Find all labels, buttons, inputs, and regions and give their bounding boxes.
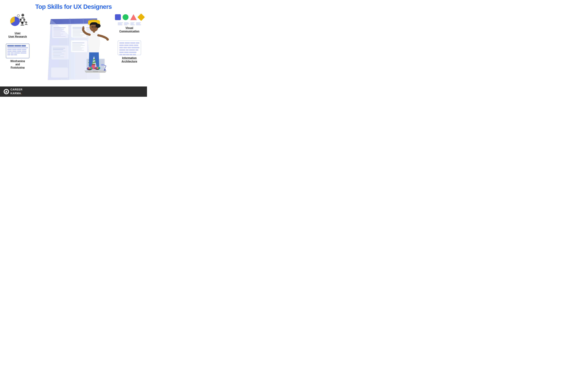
circle-shape — [123, 14, 128, 20]
title-suffix: Designers — [82, 3, 112, 10]
center-column — [34, 12, 113, 89]
svg-point-2 — [21, 14, 24, 17]
people-group-icon — [15, 13, 31, 29]
title-prefix: Top Skills for — [35, 3, 74, 10]
svg-point-95 — [6, 91, 7, 91]
lines-illustration — [118, 22, 141, 25]
triangle-shape — [130, 14, 137, 20]
square-shape — [115, 14, 121, 20]
svg-rect-77 — [89, 67, 90, 69]
wireframing-section: WireframingandPrototyping — [1, 44, 34, 69]
footer: CAREERKARMA. — [0, 86, 147, 97]
svg-point-5 — [20, 19, 21, 21]
visual-communication-section: VisualCommunication — [113, 14, 146, 33]
svg-rect-76 — [88, 67, 89, 69]
information-architecture-section: InformationArchitecture — [113, 40, 146, 63]
main-content: UserUser Research — [0, 12, 147, 89]
info-arch-illustration — [118, 40, 141, 55]
center-wrapper — [43, 12, 104, 83]
brand-name: CAREERKARMA. — [10, 88, 22, 95]
wireframe-illustration — [6, 44, 29, 58]
user-research-section: UserUser Research — [1, 13, 34, 39]
svg-rect-82 — [97, 67, 98, 69]
svg-rect-83 — [99, 67, 100, 69]
svg-point-1 — [17, 15, 20, 17]
diamond-shape — [137, 14, 145, 21]
logo-icon — [4, 89, 9, 94]
brand-logo: CAREERKARMA. — [4, 88, 22, 95]
svg-point-7 — [21, 21, 23, 24]
svg-point-6 — [23, 19, 25, 21]
svg-point-65 — [92, 26, 93, 27]
svg-point-66 — [95, 26, 96, 27]
svg-point-70 — [89, 27, 90, 28]
user-research-illustration — [6, 13, 29, 31]
page-header: Top Skills for UX Designers — [0, 0, 147, 12]
shapes-illustration — [115, 14, 144, 20]
career-karma-icon — [4, 90, 8, 94]
ux-designer-person — [74, 13, 112, 79]
left-column: UserUser Research — [1, 12, 34, 89]
information-architecture-label: InformationArchitecture — [122, 56, 137, 63]
svg-rect-81 — [96, 67, 97, 69]
page-title: Top Skills for UX Designers — [0, 3, 147, 10]
title-highlight: UX — [73, 3, 82, 10]
svg-point-73 — [106, 38, 109, 41]
visual-communication-label: VisualCommunication — [119, 26, 139, 33]
research-text: User Research — [8, 35, 27, 38]
wireframing-label: WireframingandPrototyping — [10, 59, 25, 69]
svg-rect-78 — [91, 67, 92, 69]
svg-point-72 — [82, 27, 84, 29]
user-research-label: UserUser Research — [8, 32, 27, 39]
right-column: VisualCommunication — [113, 12, 146, 89]
